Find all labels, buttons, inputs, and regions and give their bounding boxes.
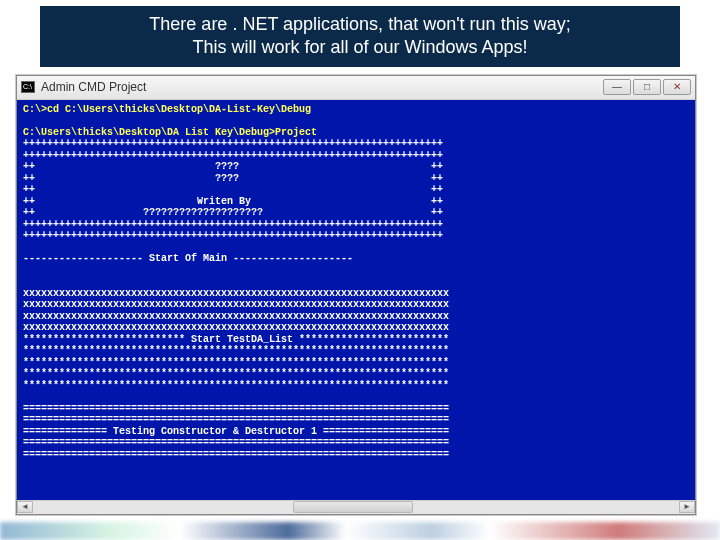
console-line: C:\>cd C:\Users\thicks\Desktop\DA-List-K…: [23, 104, 311, 115]
window-buttons: — □ ✕: [603, 79, 691, 95]
console-line: ****************************************…: [23, 345, 449, 356]
console-line: [23, 391, 29, 402]
console-line: [23, 242, 29, 253]
console-line: [23, 115, 29, 126]
console-line: ++++++++++++++++++++++++++++++++++++++++…: [23, 138, 443, 149]
background-blur: [0, 522, 720, 540]
console-line: ============== Testing Constructor & Des…: [23, 426, 449, 437]
console-line: ++ ++: [23, 184, 443, 195]
console-line: ========================================…: [23, 403, 449, 414]
horizontal-scrollbar[interactable]: ◄ ►: [17, 500, 695, 514]
caption-line-2: This will work for all of our Windows Ap…: [49, 36, 671, 59]
console-line: ****************************************…: [23, 368, 449, 379]
caption-banner: There are . NET applications, that won't…: [40, 6, 680, 67]
console-line: ++++++++++++++++++++++++++++++++++++++++…: [23, 150, 443, 161]
console-line: [23, 276, 29, 287]
console-line: xxxxxxxxxxxxxxxxxxxxxxxxxxxxxxxxxxxxxxxx…: [23, 288, 449, 299]
console-line: ****************************************…: [23, 357, 449, 368]
scroll-left-icon[interactable]: ◄: [17, 501, 33, 513]
scroll-thumb[interactable]: [293, 501, 413, 513]
titlebar[interactable]: C:\ Admin CMD Project — □ ✕: [17, 76, 695, 100]
console-line: ++ ???? ++: [23, 173, 443, 184]
minimize-button[interactable]: —: [603, 79, 631, 95]
console-window: C:\ Admin CMD Project — □ ✕ C:\>cd C:\Us…: [16, 75, 696, 515]
scroll-right-icon[interactable]: ►: [679, 501, 695, 513]
caption-line-1: There are . NET applications, that won't…: [49, 13, 671, 36]
window-title: Admin CMD Project: [41, 80, 597, 94]
close-button[interactable]: ✕: [663, 79, 691, 95]
console-line: ****************************************…: [23, 380, 449, 391]
console-line: ========================================…: [23, 437, 449, 448]
console-line: *************************** Start TestDA…: [23, 334, 449, 345]
console-line: -------------------- Start Of Main -----…: [23, 253, 353, 264]
maximize-button[interactable]: □: [633, 79, 661, 95]
console-line: C:\Users\thicks\Desktop\DA List Key\Debu…: [23, 127, 317, 138]
console-line: ========================================…: [23, 449, 449, 460]
console-line: xxxxxxxxxxxxxxxxxxxxxxxxxxxxxxxxxxxxxxxx…: [23, 299, 449, 310]
console-line: xxxxxxxxxxxxxxxxxxxxxxxxxxxxxxxxxxxxxxxx…: [23, 311, 449, 322]
console-line: ========================================…: [23, 414, 449, 425]
console-line: ++++++++++++++++++++++++++++++++++++++++…: [23, 230, 443, 241]
console-line: ++ Writen By ++: [23, 196, 443, 207]
cmd-icon: C:\: [21, 81, 35, 93]
console-line: ++++++++++++++++++++++++++++++++++++++++…: [23, 219, 443, 230]
console-output: C:\>cd C:\Users\thicks\Desktop\DA-List-K…: [17, 100, 695, 500]
console-line: xxxxxxxxxxxxxxxxxxxxxxxxxxxxxxxxxxxxxxxx…: [23, 322, 449, 333]
console-line: [23, 265, 29, 276]
console-line: ++ ???? ++: [23, 161, 443, 172]
console-line: ++ ???????????????????? ++: [23, 207, 443, 218]
